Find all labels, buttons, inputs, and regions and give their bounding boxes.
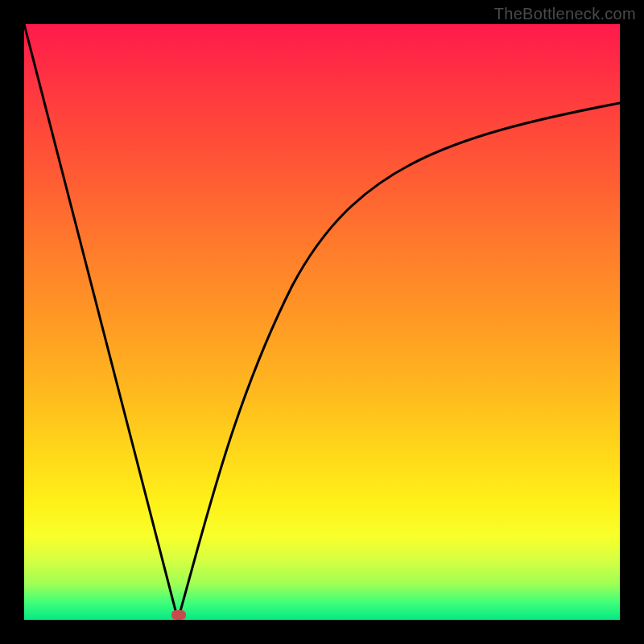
plot-background-gradient	[24, 24, 620, 620]
watermark-text: TheBottleneck.com	[494, 5, 636, 23]
chart-frame: TheBottleneck.com	[0, 0, 644, 644]
optimal-point-marker	[171, 610, 186, 620]
